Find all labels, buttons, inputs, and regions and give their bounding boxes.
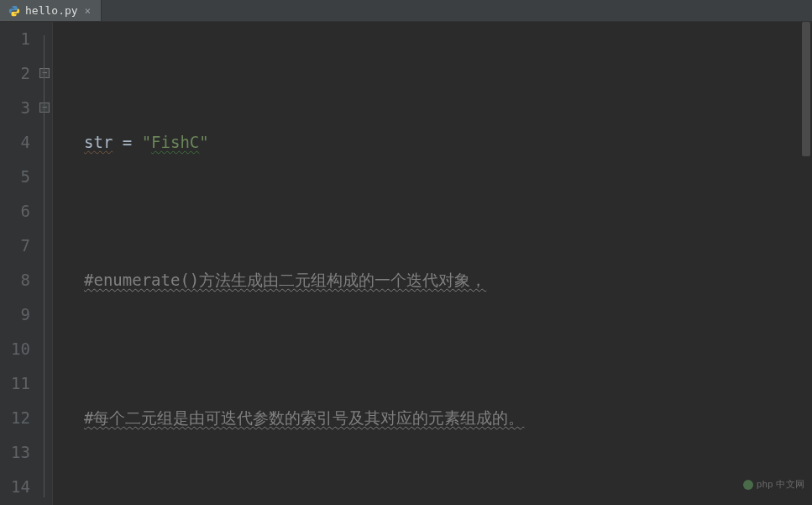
code-line[interactable]: str = "FishC" bbox=[82, 125, 812, 160]
php-icon bbox=[743, 480, 753, 490]
line-number: 3 bbox=[0, 91, 30, 125]
tab-bar: hello.py × bbox=[0, 0, 812, 22]
tab-hello-py[interactable]: hello.py × bbox=[0, 0, 102, 21]
line-number: 9 bbox=[0, 297, 30, 332]
line-number: 8 bbox=[0, 263, 30, 297]
code-line[interactable]: #enumerate()方法生成由二元组构成的一个迭代对象， bbox=[82, 263, 812, 297]
line-number: 14 bbox=[0, 470, 30, 504]
code-area[interactable]: str = "FishC" #enumerate()方法生成由二元组构成的一个迭… bbox=[82, 22, 812, 505]
scrollbar-thumb[interactable] bbox=[802, 22, 810, 156]
line-number: 6 bbox=[0, 194, 30, 229]
line-number: 10 bbox=[0, 332, 30, 366]
tab-filename: hello.py bbox=[25, 4, 78, 17]
line-number: 5 bbox=[0, 160, 30, 194]
line-number: 13 bbox=[0, 435, 30, 470]
close-icon[interactable]: × bbox=[83, 5, 92, 17]
line-number: 7 bbox=[0, 229, 30, 263]
fold-marker[interactable]: − bbox=[39, 103, 50, 113]
watermark-text: php 中文网 bbox=[757, 467, 805, 502]
fold-marker[interactable]: − bbox=[39, 68, 50, 78]
vertical-scrollbar[interactable] bbox=[802, 22, 810, 505]
line-number-gutter: 1 2 3 4 5 6 7 8 9 10 11 12 13 14 bbox=[0, 22, 37, 505]
line-number: 4 bbox=[0, 125, 30, 160]
python-file-icon bbox=[8, 5, 20, 17]
fold-guide-line bbox=[44, 35, 45, 497]
line-number: 2 bbox=[0, 56, 30, 91]
code-editor[interactable]: 1 2 3 4 5 6 7 8 9 10 11 12 13 14 − − str… bbox=[0, 22, 812, 505]
fold-gutter: − − bbox=[37, 22, 52, 505]
watermark: php 中文网 bbox=[743, 467, 805, 502]
line-number: 11 bbox=[0, 366, 30, 401]
line-number: 1 bbox=[0, 22, 30, 56]
code-line[interactable]: #每个二元组是由可迭代参数的索引号及其对应的元素组成的。 bbox=[82, 401, 812, 435]
line-number: 12 bbox=[0, 401, 30, 435]
gutter-gap bbox=[52, 22, 82, 505]
